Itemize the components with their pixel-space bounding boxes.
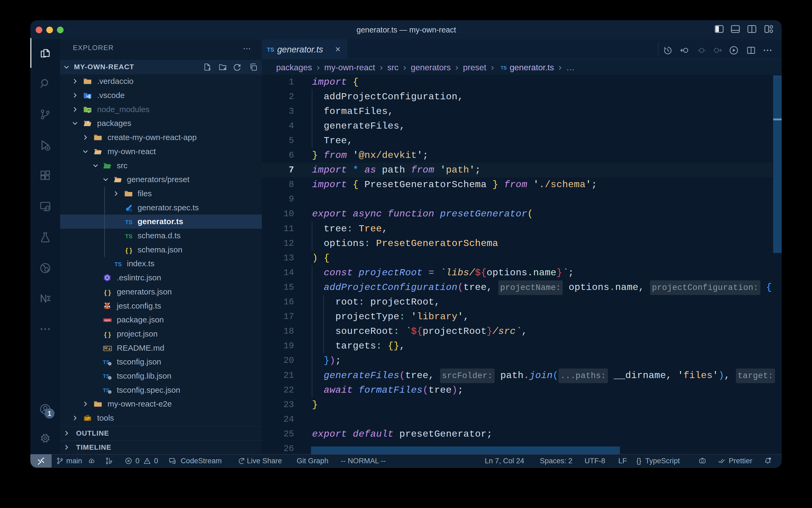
svg-text:TS: TS (103, 373, 110, 379)
svg-text:TS: TS (501, 65, 507, 71)
svg-text:TS: TS (114, 261, 122, 267)
svg-text:TS: TS (125, 219, 132, 225)
svg-text:npm: npm (104, 319, 111, 322)
svg-text:TS: TS (103, 359, 110, 365)
svg-text:TS: TS (267, 47, 274, 53)
svg-text:{ }: { } (104, 331, 111, 338)
svg-text:TS: TS (125, 233, 132, 240)
svg-text:{ }: { } (125, 247, 132, 254)
svg-text:TS: TS (127, 208, 132, 212)
svg-text:{ }: { } (104, 289, 111, 296)
svg-text:TS: TS (103, 387, 110, 393)
svg-text:</>: </> (104, 165, 110, 169)
svg-text:js: js (88, 109, 90, 112)
